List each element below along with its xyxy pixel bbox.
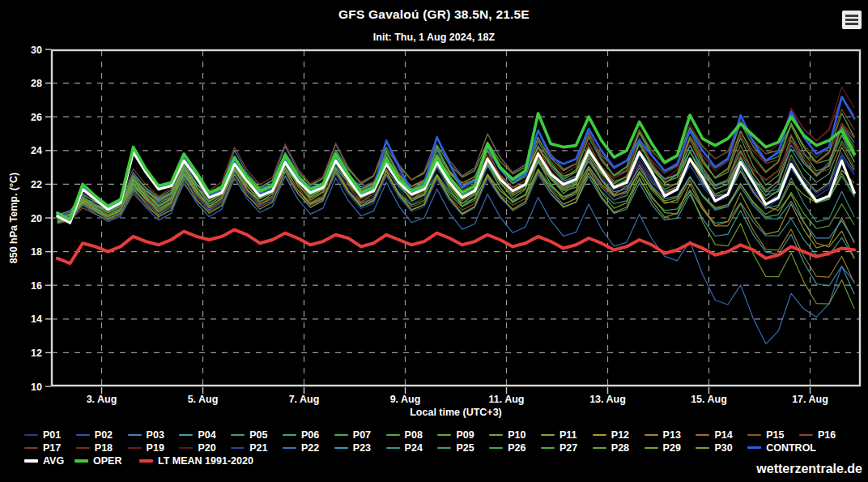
legend-item-p06: P06 (283, 429, 319, 441)
legend-item-p21: P21 (231, 441, 267, 454)
legend-item-p13: P13 (645, 429, 681, 441)
legend-label: P17 (43, 442, 61, 454)
y-tick-label: 24 (31, 145, 42, 156)
legend-item-p24: P24 (386, 441, 423, 454)
legend-swatch (489, 434, 503, 436)
legend-item-p10: P10 (489, 429, 525, 441)
legend-swatch (179, 447, 193, 449)
legend-item-p29: P29 (645, 441, 681, 454)
legend-item-p15: P15 (747, 429, 784, 441)
legend-label: P16 (818, 429, 836, 441)
legend-label: CONTROL (766, 442, 816, 454)
frame-layer (52, 50, 860, 386)
legend-item-p03: P03 (128, 429, 164, 441)
x-tick-label: 5. Aug (188, 394, 219, 405)
legend-item-p07: P07 (334, 429, 371, 441)
legend-label: P10 (508, 429, 525, 441)
legend-swatch (489, 447, 503, 449)
y-axis-label: 850 hPa Temp. (°C) (8, 173, 19, 263)
legend-swatch (593, 434, 606, 436)
legend-swatch (747, 446, 761, 449)
legend-item-p05: P05 (231, 429, 267, 441)
legend-swatch (128, 434, 142, 436)
legend-item-p09: P09 (437, 429, 474, 441)
legend-label: P25 (456, 442, 474, 454)
x-tick-label: 3. Aug (87, 394, 117, 405)
legend-item-p02: P02 (76, 429, 113, 441)
legend-label: LT MEAN 1991-2020 (158, 455, 253, 467)
legend-label: P22 (301, 442, 319, 454)
legend-label: P12 (611, 429, 629, 441)
legend-swatch (334, 447, 348, 449)
legend-label: P19 (147, 442, 164, 454)
legend-swatch (283, 434, 296, 436)
legend-label: P21 (249, 442, 267, 454)
y-tick-label: 22 (31, 179, 42, 190)
legend-swatch (645, 434, 658, 436)
legend-item-oper: OPER (74, 454, 121, 467)
legend-item-p08: P08 (386, 429, 423, 441)
legend-swatch (747, 434, 761, 436)
series-layer (57, 87, 854, 343)
legend-swatch (437, 434, 451, 436)
legend-swatch (283, 447, 296, 449)
plot-frame (52, 50, 860, 386)
legend-label: P23 (353, 442, 371, 454)
legend-swatch (593, 447, 606, 449)
legend-label: P29 (663, 442, 681, 454)
control-line (57, 96, 854, 221)
legend-item-p25: P25 (437, 441, 474, 454)
legend-item-avg: AVG (24, 454, 64, 467)
legend-swatch (74, 459, 88, 463)
x-tick-label: 17. Aug (792, 394, 828, 405)
legend-swatch (386, 447, 400, 449)
x-tick-label: 7. Aug (289, 394, 320, 405)
legend-label: OPER (93, 455, 121, 467)
y-tick-label: 14 (31, 314, 42, 325)
legend-swatch (76, 434, 90, 436)
legend-label: P03 (147, 429, 164, 441)
x-tick-label: 9. Aug (390, 394, 421, 405)
legend-swatch (231, 447, 245, 449)
legend-swatch (24, 434, 38, 436)
grid-layer (52, 50, 860, 386)
legend-item-p22: P22 (283, 441, 319, 454)
x-tick-label: 11. Aug (489, 394, 525, 405)
legend-label: P18 (95, 442, 113, 454)
legend-swatch (24, 459, 38, 463)
legend-label: P04 (198, 429, 215, 441)
y-tick-label: 20 (31, 213, 42, 224)
legend-swatch (231, 434, 245, 436)
y-tick-label: 10 (31, 382, 42, 393)
legend-label: P14 (714, 429, 732, 441)
legend-swatch (799, 434, 813, 436)
legend-label: P11 (560, 429, 577, 441)
legend-item-p30: P30 (696, 441, 732, 454)
legend-item-p11: P11 (541, 429, 577, 441)
y-tick-label: 30 (31, 45, 42, 56)
legend-swatch (696, 447, 709, 449)
ensemble-member-line-p18 (57, 96, 854, 221)
legend: P01P02P03P04P05P06P07P08P09P10P11P12P13P… (0, 428, 868, 470)
legend-item-p26: P26 (489, 441, 525, 454)
legend-swatch (24, 447, 38, 449)
legend-swatch (437, 447, 451, 449)
legend-item-p19: P19 (128, 441, 164, 454)
legend-item-p14: P14 (696, 429, 732, 441)
legend-item-p28: P28 (593, 441, 629, 454)
legend-label: P13 (663, 429, 681, 441)
x-axis-label: Local time (UTC+3) (410, 407, 502, 418)
legend-label: P27 (560, 442, 577, 454)
legend-label: AVG (43, 455, 64, 467)
legend-swatch (541, 447, 555, 449)
legend-item-p12: P12 (593, 429, 629, 441)
brand-watermark: wetterzentrale.de (756, 462, 862, 476)
legend-item-p04: P04 (179, 429, 215, 441)
legend-label: P08 (405, 429, 423, 441)
x-tick-label: 15. Aug (691, 394, 727, 405)
legend-swatch (128, 447, 142, 449)
legend-label: P09 (456, 429, 474, 441)
x-tick-label: 13. Aug (589, 394, 626, 405)
legend-item-p20: P20 (179, 441, 215, 454)
y-tick-label: 26 (31, 112, 42, 123)
